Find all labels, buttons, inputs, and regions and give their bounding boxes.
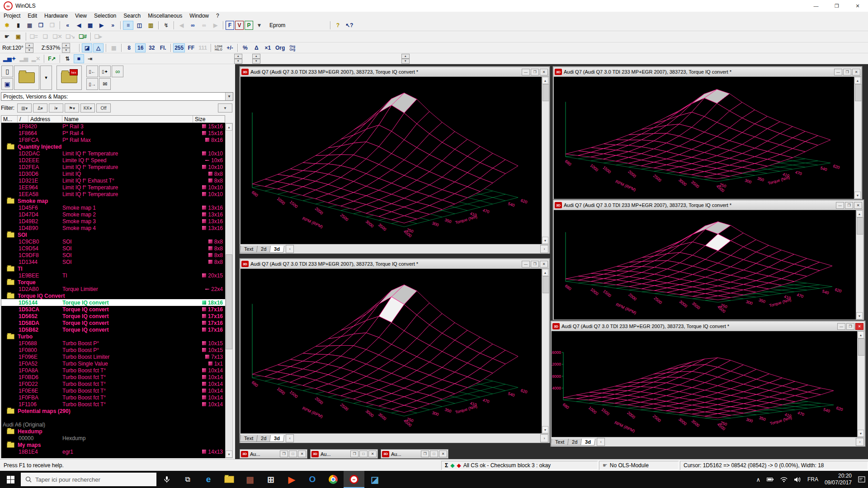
- map-wand-icon[interactable]: ▂▅✦: [2, 54, 18, 63]
- map-row[interactable]: 1D2EEELimite IQ f° Speed10x6: [1, 157, 226, 164]
- lohi-button[interactable]: LOHIHILO: [213, 43, 224, 52]
- scroll-down-icon[interactable]: ▼: [856, 312, 863, 319]
- filter-values-icon[interactable]: ▥▾: [17, 103, 32, 113]
- battery-icon[interactable]: [767, 477, 774, 482]
- tab-scroll-right-icon[interactable]: ›: [540, 434, 548, 442]
- map-list-header[interactable]: M... / Address Name Size: [1, 115, 225, 123]
- email-button[interactable]: ✉: [99, 78, 111, 90]
- map-row[interactable]: 1F0A52Turbo Single Value1x1: [1, 360, 226, 367]
- winols-icon[interactable]: ∞: [344, 471, 364, 488]
- plot-area[interactable]: 6801000150020002500300035004500RPM (RPM)…: [241, 269, 549, 433]
- chrome-icon[interactable]: [323, 471, 344, 488]
- hardware-device-icon[interactable]: ▮: [13, 21, 24, 30]
- stamp-equal-icon[interactable]: ❏=: [28, 32, 39, 41]
- tab-text[interactable]: Text: [240, 435, 258, 442]
- plot-vertical-scrollbar[interactable]: ▲▼: [857, 331, 864, 437]
- restore-button[interactable]: ❐: [826, 0, 847, 12]
- last-version-icon[interactable]: »: [108, 21, 118, 30]
- tab-2d[interactable]: 2d: [256, 435, 271, 442]
- map-row[interactable]: 1F0800Turbo Boost P°10x15: [1, 347, 226, 353]
- prev-version-icon[interactable]: ◀: [74, 21, 84, 30]
- filter-dropdown-icon[interactable]: ▼: [218, 103, 232, 113]
- notification-icon[interactable]: [858, 476, 865, 483]
- mic-icon[interactable]: [156, 471, 177, 488]
- eprom-chip-icon[interactable]: ▥: [146, 21, 156, 30]
- scrollbar-thumb[interactable]: [858, 338, 865, 356]
- map-row[interactable]: 1C9DF8SOI8x8: [1, 252, 226, 258]
- view-2d-icon[interactable]: ◪: [82, 43, 92, 52]
- scroll-up-icon[interactable]: ▲: [226, 123, 232, 131]
- surface-plot-3d[interactable]: 6801000150020002500300035004500RPM (RPM)…: [552, 331, 857, 437]
- import-doc-button[interactable]: ▯←: [86, 66, 98, 77]
- hex-button[interactable]: FF: [186, 43, 196, 52]
- tab-scroll-left-icon[interactable]: ‹: [597, 438, 605, 446]
- width-32-button[interactable]: 32: [146, 43, 157, 52]
- f-window-icon[interactable]: F: [226, 21, 234, 30]
- nav-back-icon[interactable]: ◀: [176, 21, 187, 30]
- map-folder-row[interactable]: Torque: [1, 279, 226, 286]
- child-close-button[interactable]: ✕: [854, 202, 862, 209]
- tab-text[interactable]: Text: [240, 246, 258, 253]
- menu-miscellaneous[interactable]: Miscellaneous: [144, 12, 186, 19]
- projects-versions-maps-combobox[interactable]: Projects, Versions & Maps: ▼: [1, 92, 233, 101]
- map-folder-row[interactable]: Turbo: [1, 333, 226, 340]
- child-minimize-button[interactable]: —: [522, 69, 530, 75]
- child-window-titlebar[interactable]: 3DAudi Q7 (Audi Q7 3.0 TDI 233 MP+EGR 20…: [554, 67, 861, 77]
- map-row[interactable]: 1D53CATorque IQ convert17x16: [1, 306, 226, 313]
- map-folder-row[interactable]: Torque IQ Convert: [1, 292, 226, 299]
- org-org-button[interactable]: OrgOrg: [287, 43, 297, 52]
- map-3d-window[interactable]: 3DAudi Q7 (Audi Q7 3.0 TDI 233 MP+EGR 20…: [553, 200, 864, 320]
- width-float-button[interactable]: Fl.: [158, 43, 168, 52]
- map-folder-row[interactable]: Potential maps (290): [1, 408, 226, 414]
- import-file-button[interactable]: hex: [57, 66, 82, 90]
- search-again-icon[interactable]: ∞: [199, 21, 209, 30]
- delta-button[interactable]: Δ: [251, 43, 262, 52]
- map-row[interactable]: 1D5652Torque IQ convert17x16: [1, 313, 226, 319]
- tree-view-icon[interactable]: ≡: [123, 21, 133, 30]
- tab-2d[interactable]: 2d: [256, 246, 271, 253]
- map-search-button[interactable]: ∞: [112, 66, 123, 77]
- scroll-up-icon[interactable]: ▲: [542, 77, 548, 84]
- child-minimize-button[interactable]: —: [836, 202, 844, 209]
- map-row[interactable]: 1D4B90Smoke map 413x16: [1, 225, 226, 231]
- menu-edit[interactable]: Edit: [24, 12, 41, 19]
- search-binoculars-icon[interactable]: ∞: [188, 21, 198, 30]
- child-restore-button[interactable]: ❐: [531, 261, 539, 267]
- scroll-up-icon[interactable]: ▲: [854, 77, 861, 84]
- v-window-icon[interactable]: V: [235, 21, 244, 30]
- width-8-button[interactable]: 8: [124, 43, 134, 52]
- menu-search[interactable]: Search: [120, 12, 144, 19]
- print-icon[interactable]: ▦: [24, 21, 35, 30]
- grid-icon[interactable]: ▦: [108, 43, 119, 52]
- map-row[interactable]: 1D5144Torque IQ convert18x16: [1, 299, 226, 306]
- task-view-button[interactable]: ⧉: [177, 471, 198, 488]
- map-row[interactable]: 1F0BD6Turbo Boost fct T°10x14: [1, 374, 226, 380]
- media-app-icon[interactable]: ▶: [281, 471, 302, 488]
- map-row[interactable]: 1D5B62Torque IQ convert17x16: [1, 326, 226, 333]
- child-restore-button[interactable]: ❐: [846, 323, 854, 330]
- p-window-icon[interactable]: P: [245, 21, 253, 30]
- child-close-button[interactable]: ✕: [439, 450, 447, 457]
- scroll-up-icon[interactable]: ▲: [542, 269, 548, 276]
- map-row[interactable]: 1C9CB0SOI8x8: [1, 238, 226, 245]
- preview-window-icon[interactable]: ◫: [134, 21, 145, 30]
- surface-plot-3d[interactable]: 6801000150020002500300035004500RPM (RPM)…: [241, 77, 542, 244]
- scrollbar-thumb[interactable]: [855, 84, 862, 101]
- scroll-up-icon[interactable]: ▲: [856, 210, 863, 217]
- zoom-spinner[interactable]: ▲▼: [62, 43, 70, 53]
- decimal-button[interactable]: 255: [173, 43, 185, 52]
- tab-2d[interactable]: 2d: [567, 439, 582, 446]
- close-button[interactable]: ✕: [847, 0, 868, 12]
- child-close-button[interactable]: ✕: [368, 450, 377, 457]
- nav-forward-icon[interactable]: ▶: [210, 21, 221, 30]
- child-minimize-button[interactable]: —: [522, 261, 530, 267]
- map-row[interactable]: 1D2FEALimit IQ f° Temperature10x10: [1, 164, 226, 170]
- tray-language[interactable]: FRA: [807, 476, 818, 483]
- rotation-spinner[interactable]: ▲▼: [25, 43, 33, 53]
- map-row[interactable]: 1D321ELimit IQ f° Exhaust T°8x8: [1, 177, 226, 184]
- map-del-icon[interactable]: ▂✕: [30, 54, 42, 63]
- child-restore-button[interactable]: ❐: [531, 69, 539, 75]
- hand-pointer-icon[interactable]: ☛: [2, 32, 12, 41]
- minimized-window[interactable]: 3DAu...❐□✕: [240, 449, 307, 459]
- percent-button[interactable]: %: [240, 43, 250, 52]
